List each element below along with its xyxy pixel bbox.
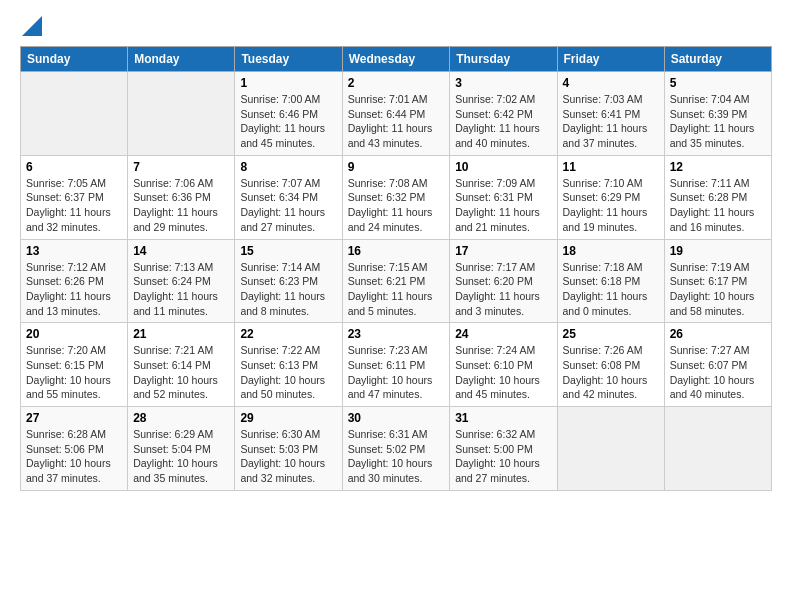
calendar-cell bbox=[128, 72, 235, 156]
day-number: 11 bbox=[563, 160, 659, 174]
calendar-cell: 1Sunrise: 7:00 AMSunset: 6:46 PMDaylight… bbox=[235, 72, 342, 156]
calendar-cell: 6Sunrise: 7:05 AMSunset: 6:37 PMDaylight… bbox=[21, 155, 128, 239]
day-info: Sunrise: 7:06 AMSunset: 6:36 PMDaylight:… bbox=[133, 176, 229, 235]
day-info: Sunrise: 7:11 AMSunset: 6:28 PMDaylight:… bbox=[670, 176, 766, 235]
day-number: 27 bbox=[26, 411, 122, 425]
calendar-cell: 28Sunrise: 6:29 AMSunset: 5:04 PMDayligh… bbox=[128, 407, 235, 491]
calendar-cell: 25Sunrise: 7:26 AMSunset: 6:08 PMDayligh… bbox=[557, 323, 664, 407]
calendar-cell: 20Sunrise: 7:20 AMSunset: 6:15 PMDayligh… bbox=[21, 323, 128, 407]
day-number: 16 bbox=[348, 244, 445, 258]
calendar-week-5: 27Sunrise: 6:28 AMSunset: 5:06 PMDayligh… bbox=[21, 407, 772, 491]
day-number: 18 bbox=[563, 244, 659, 258]
calendar-cell: 16Sunrise: 7:15 AMSunset: 6:21 PMDayligh… bbox=[342, 239, 450, 323]
day-number: 10 bbox=[455, 160, 551, 174]
day-info: Sunrise: 7:23 AMSunset: 6:11 PMDaylight:… bbox=[348, 343, 445, 402]
calendar-table: SundayMondayTuesdayWednesdayThursdayFrid… bbox=[20, 46, 772, 491]
day-info: Sunrise: 6:32 AMSunset: 5:00 PMDaylight:… bbox=[455, 427, 551, 486]
header-wednesday: Wednesday bbox=[342, 47, 450, 72]
day-number: 28 bbox=[133, 411, 229, 425]
day-number: 9 bbox=[348, 160, 445, 174]
day-number: 5 bbox=[670, 76, 766, 90]
calendar-cell: 12Sunrise: 7:11 AMSunset: 6:28 PMDayligh… bbox=[664, 155, 771, 239]
header-sunday: Sunday bbox=[21, 47, 128, 72]
day-info: Sunrise: 7:14 AMSunset: 6:23 PMDaylight:… bbox=[240, 260, 336, 319]
calendar-cell: 7Sunrise: 7:06 AMSunset: 6:36 PMDaylight… bbox=[128, 155, 235, 239]
calendar-cell: 10Sunrise: 7:09 AMSunset: 6:31 PMDayligh… bbox=[450, 155, 557, 239]
day-number: 14 bbox=[133, 244, 229, 258]
day-number: 1 bbox=[240, 76, 336, 90]
day-info: Sunrise: 7:21 AMSunset: 6:14 PMDaylight:… bbox=[133, 343, 229, 402]
day-info: Sunrise: 7:12 AMSunset: 6:26 PMDaylight:… bbox=[26, 260, 122, 319]
day-info: Sunrise: 7:05 AMSunset: 6:37 PMDaylight:… bbox=[26, 176, 122, 235]
day-number: 29 bbox=[240, 411, 336, 425]
calendar-cell: 15Sunrise: 7:14 AMSunset: 6:23 PMDayligh… bbox=[235, 239, 342, 323]
day-info: Sunrise: 7:24 AMSunset: 6:10 PMDaylight:… bbox=[455, 343, 551, 402]
calendar-header-row: SundayMondayTuesdayWednesdayThursdayFrid… bbox=[21, 47, 772, 72]
calendar-cell: 4Sunrise: 7:03 AMSunset: 6:41 PMDaylight… bbox=[557, 72, 664, 156]
day-number: 26 bbox=[670, 327, 766, 341]
day-info: Sunrise: 7:03 AMSunset: 6:41 PMDaylight:… bbox=[563, 92, 659, 151]
calendar-cell bbox=[664, 407, 771, 491]
day-number: 25 bbox=[563, 327, 659, 341]
day-number: 12 bbox=[670, 160, 766, 174]
calendar-cell: 2Sunrise: 7:01 AMSunset: 6:44 PMDaylight… bbox=[342, 72, 450, 156]
day-number: 21 bbox=[133, 327, 229, 341]
calendar-cell: 9Sunrise: 7:08 AMSunset: 6:32 PMDaylight… bbox=[342, 155, 450, 239]
day-info: Sunrise: 7:04 AMSunset: 6:39 PMDaylight:… bbox=[670, 92, 766, 151]
day-info: Sunrise: 6:28 AMSunset: 5:06 PMDaylight:… bbox=[26, 427, 122, 486]
calendar-cell: 23Sunrise: 7:23 AMSunset: 6:11 PMDayligh… bbox=[342, 323, 450, 407]
calendar-cell: 27Sunrise: 6:28 AMSunset: 5:06 PMDayligh… bbox=[21, 407, 128, 491]
calendar-week-3: 13Sunrise: 7:12 AMSunset: 6:26 PMDayligh… bbox=[21, 239, 772, 323]
calendar-cell: 29Sunrise: 6:30 AMSunset: 5:03 PMDayligh… bbox=[235, 407, 342, 491]
calendar-cell: 13Sunrise: 7:12 AMSunset: 6:26 PMDayligh… bbox=[21, 239, 128, 323]
day-info: Sunrise: 7:07 AMSunset: 6:34 PMDaylight:… bbox=[240, 176, 336, 235]
day-number: 6 bbox=[26, 160, 122, 174]
day-number: 13 bbox=[26, 244, 122, 258]
calendar-cell: 21Sunrise: 7:21 AMSunset: 6:14 PMDayligh… bbox=[128, 323, 235, 407]
day-number: 3 bbox=[455, 76, 551, 90]
calendar-cell: 3Sunrise: 7:02 AMSunset: 6:42 PMDaylight… bbox=[450, 72, 557, 156]
logo bbox=[20, 20, 42, 36]
day-info: Sunrise: 6:30 AMSunset: 5:03 PMDaylight:… bbox=[240, 427, 336, 486]
calendar-week-1: 1Sunrise: 7:00 AMSunset: 6:46 PMDaylight… bbox=[21, 72, 772, 156]
calendar-cell bbox=[557, 407, 664, 491]
logo-icon bbox=[22, 16, 42, 36]
day-number: 8 bbox=[240, 160, 336, 174]
calendar-week-2: 6Sunrise: 7:05 AMSunset: 6:37 PMDaylight… bbox=[21, 155, 772, 239]
day-info: Sunrise: 6:29 AMSunset: 5:04 PMDaylight:… bbox=[133, 427, 229, 486]
day-info: Sunrise: 7:27 AMSunset: 6:07 PMDaylight:… bbox=[670, 343, 766, 402]
header-friday: Friday bbox=[557, 47, 664, 72]
day-info: Sunrise: 7:01 AMSunset: 6:44 PMDaylight:… bbox=[348, 92, 445, 151]
day-info: Sunrise: 7:20 AMSunset: 6:15 PMDaylight:… bbox=[26, 343, 122, 402]
day-number: 31 bbox=[455, 411, 551, 425]
header-thursday: Thursday bbox=[450, 47, 557, 72]
day-number: 17 bbox=[455, 244, 551, 258]
day-info: Sunrise: 7:02 AMSunset: 6:42 PMDaylight:… bbox=[455, 92, 551, 151]
day-info: Sunrise: 7:18 AMSunset: 6:18 PMDaylight:… bbox=[563, 260, 659, 319]
day-info: Sunrise: 7:10 AMSunset: 6:29 PMDaylight:… bbox=[563, 176, 659, 235]
calendar-cell: 14Sunrise: 7:13 AMSunset: 6:24 PMDayligh… bbox=[128, 239, 235, 323]
day-number: 24 bbox=[455, 327, 551, 341]
page-header bbox=[20, 20, 772, 36]
day-info: Sunrise: 7:22 AMSunset: 6:13 PMDaylight:… bbox=[240, 343, 336, 402]
day-number: 23 bbox=[348, 327, 445, 341]
day-number: 15 bbox=[240, 244, 336, 258]
day-number: 20 bbox=[26, 327, 122, 341]
header-monday: Monday bbox=[128, 47, 235, 72]
calendar-week-4: 20Sunrise: 7:20 AMSunset: 6:15 PMDayligh… bbox=[21, 323, 772, 407]
day-info: Sunrise: 7:09 AMSunset: 6:31 PMDaylight:… bbox=[455, 176, 551, 235]
day-info: Sunrise: 7:15 AMSunset: 6:21 PMDaylight:… bbox=[348, 260, 445, 319]
calendar-cell bbox=[21, 72, 128, 156]
day-info: Sunrise: 7:17 AMSunset: 6:20 PMDaylight:… bbox=[455, 260, 551, 319]
calendar-cell: 17Sunrise: 7:17 AMSunset: 6:20 PMDayligh… bbox=[450, 239, 557, 323]
day-number: 22 bbox=[240, 327, 336, 341]
calendar-cell: 11Sunrise: 7:10 AMSunset: 6:29 PMDayligh… bbox=[557, 155, 664, 239]
calendar-cell: 26Sunrise: 7:27 AMSunset: 6:07 PMDayligh… bbox=[664, 323, 771, 407]
day-info: Sunrise: 7:26 AMSunset: 6:08 PMDaylight:… bbox=[563, 343, 659, 402]
calendar-cell: 19Sunrise: 7:19 AMSunset: 6:17 PMDayligh… bbox=[664, 239, 771, 323]
day-number: 2 bbox=[348, 76, 445, 90]
calendar-cell: 5Sunrise: 7:04 AMSunset: 6:39 PMDaylight… bbox=[664, 72, 771, 156]
day-info: Sunrise: 7:19 AMSunset: 6:17 PMDaylight:… bbox=[670, 260, 766, 319]
calendar-cell: 18Sunrise: 7:18 AMSunset: 6:18 PMDayligh… bbox=[557, 239, 664, 323]
calendar-cell: 31Sunrise: 6:32 AMSunset: 5:00 PMDayligh… bbox=[450, 407, 557, 491]
